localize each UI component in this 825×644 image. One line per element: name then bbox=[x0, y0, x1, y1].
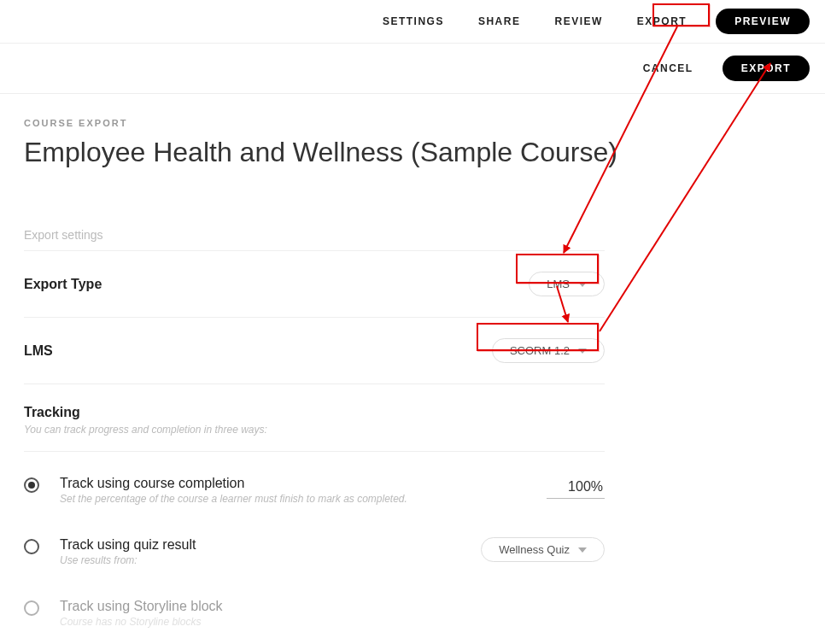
track-option-storyline: Track using Storyline block Course has n… bbox=[24, 575, 605, 636]
tracking-label: Tracking bbox=[24, 405, 605, 420]
chevron-down-icon bbox=[578, 348, 587, 354]
quiz-dropdown[interactable]: Wellness Quiz bbox=[481, 537, 605, 562]
lms-dropdown[interactable]: SCORM 1.2 bbox=[492, 338, 605, 363]
export-type-dropdown[interactable]: LMS bbox=[529, 272, 605, 296]
track-quiz-label: Track using quiz result bbox=[60, 537, 468, 553]
export-type-row: Export Type LMS bbox=[24, 251, 605, 318]
tab-share[interactable]: SHARE bbox=[473, 12, 526, 31]
track-quiz-desc: Use results from: bbox=[60, 554, 468, 566]
lms-value: SCORM 1.2 bbox=[510, 344, 570, 357]
chevron-down-icon bbox=[578, 282, 587, 287]
radio-completion[interactable] bbox=[24, 477, 39, 493]
track-storyline-desc: Course has no Storyline blocks bbox=[60, 616, 468, 628]
export-button[interactable]: EXPORT bbox=[723, 56, 810, 81]
export-action-bar: CANCEL EXPORT bbox=[0, 44, 825, 94]
lms-row: LMS SCORM 1.2 bbox=[24, 318, 605, 384]
tab-export[interactable]: EXPORT bbox=[632, 12, 692, 31]
chevron-down-icon bbox=[578, 547, 587, 553]
track-completion-desc: Set the percentage of the course a learn… bbox=[60, 493, 468, 505]
preview-button[interactable]: PREVIEW bbox=[716, 9, 810, 34]
top-nav: SETTINGS SHARE REVIEW EXPORT PREVIEW bbox=[0, 0, 825, 44]
radio-storyline bbox=[24, 600, 39, 616]
track-option-quiz: Track using quiz result Use results from… bbox=[24, 513, 605, 575]
export-type-value: LMS bbox=[547, 278, 570, 290]
track-storyline-label: Track using Storyline block bbox=[60, 599, 468, 614]
content: COURSE EXPORT Employee Health and Wellne… bbox=[0, 94, 825, 644]
kicker: COURSE EXPORT bbox=[24, 118, 801, 128]
cancel-button[interactable]: CANCEL bbox=[638, 59, 699, 78]
quiz-value: Wellness Quiz bbox=[499, 543, 570, 556]
completion-percent-input[interactable] bbox=[547, 476, 605, 499]
export-settings-header: Export settings bbox=[24, 228, 605, 251]
lms-label: LMS bbox=[24, 343, 53, 359]
track-option-completion: Track using course completion Set the pe… bbox=[24, 452, 605, 513]
page-title: Employee Health and Wellness (Sample Cou… bbox=[24, 137, 801, 168]
export-type-label: Export Type bbox=[24, 277, 102, 292]
tracking-header: Tracking You can track progress and comp… bbox=[24, 384, 605, 452]
tracking-desc: You can track progress and completion in… bbox=[24, 424, 605, 436]
radio-quiz[interactable] bbox=[24, 539, 39, 554]
tab-settings[interactable]: SETTINGS bbox=[377, 12, 449, 31]
tab-review[interactable]: REVIEW bbox=[549, 12, 607, 31]
track-completion-label: Track using course completion bbox=[60, 476, 468, 491]
